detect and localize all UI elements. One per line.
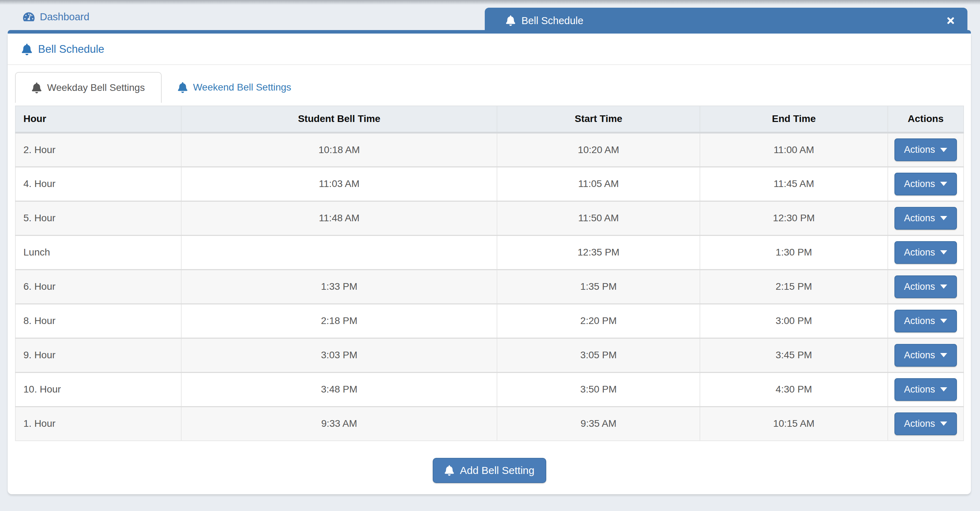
cell-hour: 6. Hour — [15, 270, 181, 304]
cell-student-bell-time: 2:18 PM — [181, 304, 497, 338]
bell-icon — [22, 44, 32, 55]
table-row: 9. Hour 3:03 PM 3:05 PM 3:45 PM Actions — [15, 338, 964, 372]
row-actions-button[interactable]: Actions — [894, 310, 957, 332]
top-edge-shadow — [0, 0, 980, 5]
cell-end-time: 2:15 PM — [700, 270, 888, 304]
row-actions-label: Actions — [904, 350, 935, 361]
caret-down-icon — [940, 216, 947, 220]
cell-end-time: 12:30 PM — [700, 201, 888, 235]
bell-icon — [506, 15, 515, 26]
window-tab-strip: Dashboard Bell Schedule — [0, 0, 980, 34]
cell-hour: Lunch — [15, 235, 181, 270]
tab-weekend-bell-settings[interactable]: Weekend Bell Settings — [162, 72, 307, 103]
cell-actions: Actions — [888, 338, 964, 372]
tab-weekday-bell-settings[interactable]: Weekday Bell Settings — [15, 72, 162, 103]
cell-student-bell-time: 3:48 PM — [181, 372, 497, 407]
bell-settings-tabs: Weekday Bell Settings Weekend Bell Setti… — [15, 72, 964, 103]
row-actions-button[interactable]: Actions — [894, 344, 957, 367]
row-actions-button[interactable]: Actions — [894, 172, 957, 195]
row-actions-button[interactable]: Actions — [894, 207, 957, 230]
cell-end-time: 10:15 AM — [700, 407, 888, 441]
table-row: 1. Hour 9:33 AM 9:35 AM 10:15 AM Actions — [15, 407, 964, 441]
cell-start-time: 3:50 PM — [497, 372, 700, 407]
close-icon[interactable] — [947, 16, 956, 26]
caret-down-icon — [940, 422, 947, 426]
cell-student-bell-time: 3:03 PM — [181, 338, 497, 372]
tab-dashboard[interactable]: Dashboard — [8, 3, 485, 30]
row-actions-label: Actions — [904, 247, 935, 258]
bell-icon — [32, 83, 41, 93]
active-tab-underline — [8, 30, 971, 34]
cell-start-time: 11:50 AM — [497, 201, 700, 235]
row-actions-label: Actions — [904, 418, 935, 429]
add-bell-setting-label: Add Bell Setting — [460, 465, 535, 476]
row-actions-label: Actions — [904, 316, 935, 326]
cell-end-time: 11:00 AM — [700, 133, 888, 167]
cell-hour: 2. Hour — [15, 133, 181, 167]
column-header-start-time: Start Time — [497, 106, 700, 133]
cell-start-time: 2:20 PM — [497, 304, 700, 338]
cell-hour: 4. Hour — [15, 167, 181, 201]
cell-student-bell-time: 1:33 PM — [181, 270, 497, 304]
cell-start-time: 1:35 PM — [497, 270, 700, 304]
column-header-actions: Actions — [888, 106, 964, 133]
cell-end-time: 4:30 PM — [700, 372, 888, 407]
cell-start-time: 9:35 AM — [497, 407, 700, 441]
row-actions-label: Actions — [904, 179, 935, 190]
cell-end-time: 3:00 PM — [700, 304, 888, 338]
cell-start-time: 10:20 AM — [497, 133, 700, 167]
table-row: 4. Hour 11:03 AM 11:05 AM 11:45 AM Actio… — [15, 167, 964, 201]
caret-down-icon — [940, 353, 947, 357]
table-row: 2. Hour 10:18 AM 10:20 AM 11:00 AM Actio… — [15, 133, 964, 167]
cell-student-bell-time: 11:03 AM — [181, 167, 497, 201]
content-panel: Bell Schedule Weekday Bell Settings Week… — [8, 34, 971, 494]
row-actions-button[interactable]: Actions — [894, 378, 957, 401]
column-header-end-time: End Time — [700, 106, 888, 133]
cell-actions: Actions — [888, 304, 964, 338]
cell-actions: Actions — [888, 270, 964, 304]
cell-hour: 10. Hour — [15, 372, 181, 407]
tab-bell-schedule[interactable]: Bell Schedule — [485, 8, 967, 34]
tab-weekday-label: Weekday Bell Settings — [47, 82, 145, 93]
cell-actions: Actions — [888, 201, 964, 235]
bell-table-body: 2. Hour 10:18 AM 10:20 AM 11:00 AM Actio… — [15, 133, 964, 441]
caret-down-icon — [940, 182, 947, 186]
cell-actions: Actions — [888, 167, 964, 201]
add-bell-setting-button[interactable]: Add Bell Setting — [433, 458, 546, 483]
cell-start-time: 12:35 PM — [497, 235, 700, 270]
row-actions-button[interactable]: Actions — [894, 138, 957, 161]
cell-student-bell-time: 9:33 AM — [181, 407, 497, 441]
table-row: Lunch 12:35 PM 1:30 PM Actions — [15, 235, 964, 270]
cell-start-time: 11:05 AM — [497, 167, 700, 201]
table-row: 10. Hour 3:48 PM 3:50 PM 4:30 PM Actions — [15, 372, 964, 407]
bell-icon — [178, 82, 188, 93]
cell-end-time: 11:45 AM — [700, 167, 888, 201]
caret-down-icon — [940, 148, 947, 152]
cell-hour: 8. Hour — [15, 304, 181, 338]
cell-end-time: 3:45 PM — [700, 338, 888, 372]
cell-hour: 9. Hour — [15, 338, 181, 372]
cell-student-bell-time: 10:18 AM — [181, 133, 497, 167]
row-actions-label: Actions — [904, 144, 935, 155]
cell-actions: Actions — [888, 133, 964, 167]
caret-down-icon — [940, 387, 947, 391]
tab-dashboard-label: Dashboard — [40, 11, 89, 23]
table-row: 5. Hour 11:48 AM 11:50 AM 12:30 PM Actio… — [15, 201, 964, 235]
column-header-hour: Hour — [15, 106, 181, 133]
table-row: 8. Hour 2:18 PM 2:20 PM 3:00 PM Actions — [15, 304, 964, 338]
tab-weekend-label: Weekend Bell Settings — [193, 82, 291, 93]
caret-down-icon — [940, 319, 947, 323]
tachometer-icon — [23, 11, 35, 22]
cell-student-bell-time — [181, 235, 497, 270]
row-actions-button[interactable]: Actions — [894, 412, 957, 435]
cell-actions: Actions — [888, 372, 964, 407]
bell-icon — [445, 465, 454, 476]
row-actions-button[interactable]: Actions — [894, 275, 957, 298]
cell-student-bell-time: 11:48 AM — [181, 201, 497, 235]
row-actions-button[interactable]: Actions — [894, 241, 957, 264]
page-header: Bell Schedule — [8, 34, 971, 65]
cell-hour: 1. Hour — [15, 407, 181, 441]
page-title: Bell Schedule — [38, 43, 104, 56]
row-actions-label: Actions — [904, 213, 935, 224]
row-actions-label: Actions — [904, 281, 935, 292]
